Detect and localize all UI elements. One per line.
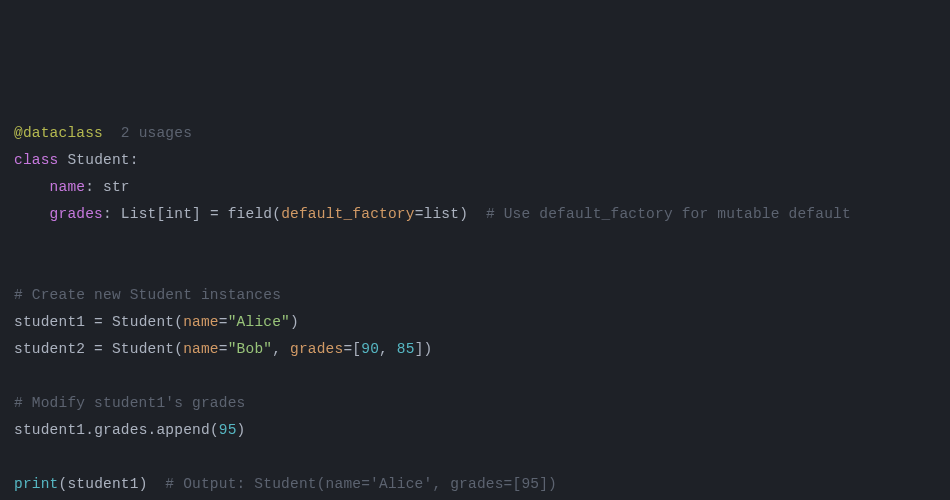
argument: student1 — [67, 476, 138, 492]
string-literal: "Alice" — [228, 314, 290, 330]
code-line: print(student1) # Output: Student(name='… — [14, 476, 557, 492]
keyword-arg: grades — [290, 341, 343, 357]
colon: : — [130, 152, 139, 168]
equals: = — [415, 206, 424, 222]
equals: = — [201, 206, 228, 222]
decorator: @dataclass — [14, 125, 103, 141]
keyword-arg: name — [183, 341, 219, 357]
paren-close: ) — [424, 341, 433, 357]
code-line: student1.grades.append(95) — [14, 422, 246, 438]
number-literal: 90 — [361, 341, 379, 357]
equals: = — [85, 341, 112, 357]
equals: = — [343, 341, 352, 357]
blank-line — [14, 449, 23, 465]
code-line: # Create new Student instances — [14, 287, 281, 303]
indent — [14, 206, 50, 222]
gap — [468, 206, 486, 222]
comment: # Create new Student instances — [14, 287, 281, 303]
bracket-close: ] — [415, 341, 424, 357]
parameter-name: default_factory — [281, 206, 415, 222]
equals: = — [85, 314, 112, 330]
type-annotation: str — [103, 179, 130, 195]
comment: # Modify student1's grades — [14, 395, 245, 411]
code-editor[interactable]: @dataclass 2 usages class Student: name:… — [14, 120, 950, 500]
code-line: student2 = Student(name="Bob", grades=[9… — [14, 341, 432, 357]
keyword-arg: name — [183, 314, 219, 330]
paren-close: ) — [237, 422, 246, 438]
code-line: class Student: — [14, 152, 139, 168]
paren-close: ) — [290, 314, 299, 330]
paren-close: ) — [459, 206, 468, 222]
builtin-function: print — [14, 476, 59, 492]
paren-open: ( — [174, 341, 183, 357]
usages-hint[interactable]: 2 usages — [121, 125, 192, 141]
field-name: name — [50, 179, 86, 195]
variable: student1 — [14, 314, 85, 330]
code-line: grades: List[int] = field(default_factor… — [14, 206, 851, 222]
indent — [14, 179, 50, 195]
code-line: @dataclass 2 usages — [14, 125, 192, 141]
field-name: grades — [50, 206, 103, 222]
code-line: name: str — [14, 179, 130, 195]
comma: , — [379, 341, 397, 357]
colon: : — [103, 206, 121, 222]
string-literal: "Bob" — [228, 341, 273, 357]
keyword-class: class — [14, 152, 59, 168]
type-int: int — [165, 206, 192, 222]
blank-line — [14, 260, 23, 276]
comment: # Output: Student(name='Alice', grades=[… — [165, 476, 557, 492]
attribute: grades — [94, 422, 147, 438]
comment: # Use default_factory for mutable defaul… — [486, 206, 851, 222]
object: student1 — [14, 422, 85, 438]
constructor: Student — [112, 314, 174, 330]
colon: : — [85, 179, 103, 195]
equals: = — [219, 341, 228, 357]
variable: student2 — [14, 341, 85, 357]
class-name: Student — [67, 152, 129, 168]
type-list: List — [121, 206, 157, 222]
code-line: # Modify student1's grades — [14, 395, 245, 411]
paren-close: ) — [139, 476, 148, 492]
bracket-open: [ — [352, 341, 361, 357]
paren-open: ( — [174, 314, 183, 330]
gap — [148, 476, 166, 492]
paren-open: ( — [272, 206, 281, 222]
method-call: append — [156, 422, 209, 438]
function-call: field — [228, 206, 273, 222]
paren-open: ( — [210, 422, 219, 438]
identifier: list — [424, 206, 460, 222]
bracket-close: ] — [192, 206, 201, 222]
blank-line — [14, 233, 23, 249]
dot: . — [85, 422, 94, 438]
number-literal: 85 — [397, 341, 415, 357]
equals: = — [219, 314, 228, 330]
number-literal: 95 — [219, 422, 237, 438]
constructor: Student — [112, 341, 174, 357]
code-line: student1 = Student(name="Alice") — [14, 314, 299, 330]
comma: , — [272, 341, 290, 357]
blank-line — [14, 368, 23, 384]
